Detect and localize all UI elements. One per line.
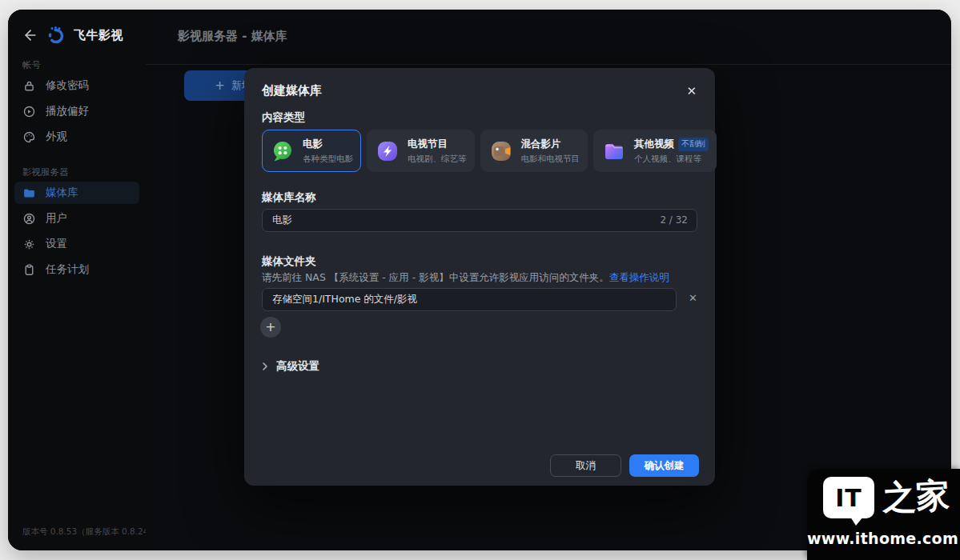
- user-icon: [22, 212, 36, 226]
- content-type-label: 内容类型: [262, 110, 305, 125]
- no-scrape-badge: 不刮削: [678, 138, 709, 151]
- media-folder-input[interactable]: [262, 288, 677, 311]
- sidebar-item-label: 用户: [46, 211, 67, 226]
- ithome-logo-suffix: 之家: [882, 475, 951, 519]
- card-title: 电视节目: [408, 138, 448, 151]
- app-title: 飞牛影视: [74, 28, 123, 43]
- sidebar-item-label: 设置: [46, 237, 67, 251]
- version-text: 版本号 0.8.53（服务版本 0.8.24）: [22, 526, 157, 538]
- lock-icon: [22, 79, 36, 93]
- header-divider: [146, 64, 951, 65]
- gear-icon: [22, 238, 36, 251]
- ithome-watermark: IT 之家 www.ithome.com: [807, 469, 960, 560]
- sidebar-item-media-library[interactable]: 媒体库: [14, 182, 139, 204]
- chevron-right-icon: [260, 362, 270, 371]
- sidebar-item-label: 外观: [46, 130, 67, 144]
- movie-icon: [270, 138, 295, 164]
- card-title: 其他视频: [634, 138, 674, 151]
- page-title: 影视服务器 - 媒体库: [178, 29, 287, 44]
- char-counter: 2 / 32: [660, 214, 688, 226]
- advanced-settings-toggle[interactable]: 高级设置: [260, 359, 319, 374]
- screenshot-root: { "app": { "title": "飞牛影视", "header": { …: [0, 0, 960, 560]
- ithome-logo-text: IT: [835, 484, 862, 512]
- mixed-video-icon: [488, 138, 514, 164]
- sidebar-item-change-password[interactable]: 修改密码: [14, 74, 139, 97]
- app-logo-icon: [46, 26, 66, 45]
- media-folder-label: 媒体文件夹: [262, 254, 316, 269]
- sidebar-item-label: 播放偏好: [46, 104, 89, 118]
- card-mixed[interactable]: 混合影片 电影和电视节目: [480, 130, 588, 172]
- helper-text: 请先前往 NAS 【系统设置 - 应用 - 影视】中设置允许影视应用访问的文件夹…: [262, 271, 609, 283]
- app-window: 飞牛影视 帐号 修改密码 播放偏好 外观: [8, 10, 951, 550]
- sidebar-item-appearance[interactable]: 外观: [14, 126, 139, 148]
- card-title: 电影: [303, 138, 323, 151]
- card-subtitle: 电视剧、综艺等: [408, 154, 467, 165]
- ithome-site-url: www.ithome.com: [807, 530, 955, 547]
- card-movies[interactable]: 电影 各种类型电影: [262, 130, 361, 172]
- palette-icon: [22, 130, 36, 144]
- advanced-settings-label: 高级设置: [276, 359, 319, 374]
- sidebar-item-label: 媒体库: [46, 186, 78, 200]
- other-video-folder-icon: [601, 138, 627, 164]
- sidebar-item-settings[interactable]: 设置: [14, 233, 139, 255]
- media-folder-helper: 请先前往 NAS 【系统设置 - 应用 - 影视】中设置允许影视应用访问的文件夹…: [262, 271, 669, 285]
- sidebar-item-task-schedule[interactable]: 任务计划: [14, 258, 139, 281]
- card-tv-shows[interactable]: 电视节目 电视剧、综艺等: [367, 130, 475, 172]
- folder-icon: [22, 186, 36, 200]
- confirm-create-button[interactable]: 确认创建: [629, 454, 699, 477]
- ithome-logo-icon: IT: [823, 477, 874, 518]
- library-name-input[interactable]: [262, 209, 697, 232]
- library-name-label: 媒体库名称: [262, 190, 316, 205]
- card-subtitle: 个人视频、课程等: [634, 154, 709, 165]
- sidebar: 飞牛影视 帐号 修改密码 播放偏好 外观: [8, 10, 146, 550]
- view-instructions-link[interactable]: 查看操作说明: [609, 271, 669, 283]
- plus-icon: +: [215, 78, 225, 93]
- sidebar-item-users[interactable]: 用户: [14, 207, 139, 230]
- clipboard-icon: [22, 263, 36, 277]
- create-media-library-modal: 创建媒体库 ✕ 内容类型 电影 各种类型电影: [244, 68, 715, 486]
- card-subtitle: 电影和电视节目: [521, 154, 580, 165]
- sidebar-item-label: 修改密码: [46, 78, 89, 93]
- sidebar-item-label: 任务计划: [46, 262, 89, 277]
- back-icon[interactable]: [22, 27, 38, 43]
- sidebar-item-playback[interactable]: 播放偏好: [14, 100, 139, 122]
- close-icon[interactable]: ✕: [684, 82, 699, 101]
- modal-title: 创建媒体库: [262, 83, 322, 98]
- add-folder-button[interactable]: +: [260, 317, 281, 338]
- sidebar-section-server: 影视服务器: [8, 166, 146, 178]
- sidebar-section-account: 帐号: [8, 59, 146, 71]
- clear-folder-icon[interactable]: ✕: [689, 292, 697, 304]
- card-title: 混合影片: [521, 138, 561, 151]
- play-circle-icon: [22, 105, 36, 118]
- card-subtitle: 各种类型电影: [303, 154, 353, 165]
- tv-show-icon: [375, 138, 400, 164]
- content-type-cards: 电影 各种类型电影 电视节目 电视剧、综艺等: [262, 130, 697, 172]
- card-other-videos[interactable]: 其他视频 不刮削 个人视频、课程等: [593, 130, 717, 172]
- cancel-button[interactable]: 取消: [550, 454, 621, 477]
